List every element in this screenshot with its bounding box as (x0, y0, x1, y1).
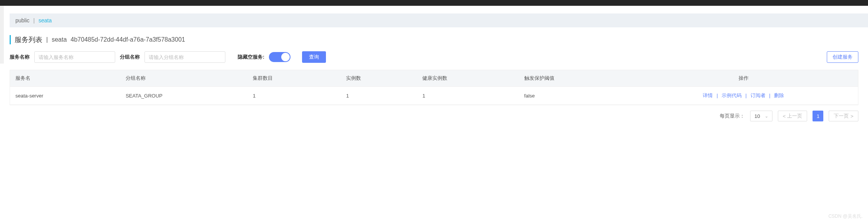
th-cluster: 集群数目 (247, 70, 341, 87)
namespace-public[interactable]: public (15, 17, 30, 24)
group-name-input[interactable] (144, 51, 225, 63)
table-header-row: 服务名 分组名称 集群数目 实例数 健康实例数 触发保护阈值 操作 (10, 70, 858, 87)
prev-page-button[interactable]: < 上一页 (778, 111, 808, 121)
hide-empty-label: 隐藏空服务: (238, 54, 264, 61)
th-group: 分组名称 (120, 70, 247, 87)
op-sep: | (769, 92, 770, 98)
per-page-label: 每页显示： (720, 113, 745, 119)
op-delete[interactable]: 删除 (774, 92, 784, 98)
page-title-sep: | (46, 36, 48, 43)
th-ops: 操作 (629, 70, 858, 87)
th-name: 服务名 (10, 70, 120, 87)
page-number-current[interactable]: 1 (813, 111, 823, 121)
per-page-value: 10 (754, 113, 760, 119)
cell-name: seata-server (10, 87, 120, 105)
hide-empty-toggle[interactable] (269, 52, 290, 62)
chevron-down-icon: ⌄ (765, 114, 768, 119)
next-page-button[interactable]: 下一页 > (829, 111, 858, 121)
op-subscriber[interactable]: 订阅者 (750, 92, 766, 98)
service-name-input[interactable] (34, 51, 115, 63)
table-row: seata-server SEATA_GROUP 1 1 1 false 详情 … (10, 87, 858, 105)
op-sep: | (717, 92, 718, 98)
separator: | (33, 17, 35, 24)
op-detail[interactable]: 详情 (703, 92, 713, 98)
th-threshold: 触发保护阈值 (519, 70, 629, 87)
per-page-select[interactable]: 10 ⌄ (750, 111, 772, 121)
cell-group: SEATA_GROUP (120, 87, 247, 105)
op-sample[interactable]: 示例代码 (722, 92, 742, 98)
query-button[interactable]: 查询 (302, 51, 326, 63)
page-title-main: 服务列表 (15, 35, 42, 44)
page-title-ns: seata (52, 36, 67, 43)
prev-label: 上一页 (787, 113, 802, 119)
service-name-label: 服务名称 (10, 54, 30, 61)
cell-instance: 1 (341, 87, 417, 105)
toggle-knob (281, 53, 290, 61)
namespace-active[interactable]: seata (39, 17, 52, 24)
filter-row: 服务名称 分组名称 隐藏空服务: 查询 创建服务 (10, 51, 868, 63)
cell-ops: 详情 | 示例代码 | 订阅者 | 删除 (629, 87, 858, 105)
next-label: 下一页 (834, 113, 849, 119)
namespace-bar: public | seata (10, 13, 868, 27)
top-bar (0, 0, 868, 6)
pager: 每页显示： 10 ⌄ < 上一页 1 下一页 > (10, 111, 858, 121)
cell-cluster: 1 (247, 87, 341, 105)
sidebar-collapsed (0, 6, 4, 64)
cell-healthy: 1 (417, 87, 519, 105)
page-title: 服务列表 | seata 4b70485d-72dd-44df-a76a-7a3… (10, 35, 868, 44)
page-title-ns-id: 4b70485d-72dd-44df-a76a-7a3f578a3001 (71, 36, 185, 43)
op-sep: | (745, 92, 747, 98)
create-service-button[interactable]: 创建服务 (827, 51, 858, 63)
cell-threshold: false (519, 87, 629, 105)
group-name-label: 分组名称 (120, 54, 140, 61)
th-instance: 实例数 (341, 70, 417, 87)
chevron-right-icon: > (850, 113, 853, 119)
service-table: 服务名 分组名称 集群数目 实例数 健康实例数 触发保护阈值 操作 seata-… (10, 70, 858, 105)
chevron-left-icon: < (783, 113, 786, 119)
th-healthy: 健康实例数 (417, 70, 519, 87)
